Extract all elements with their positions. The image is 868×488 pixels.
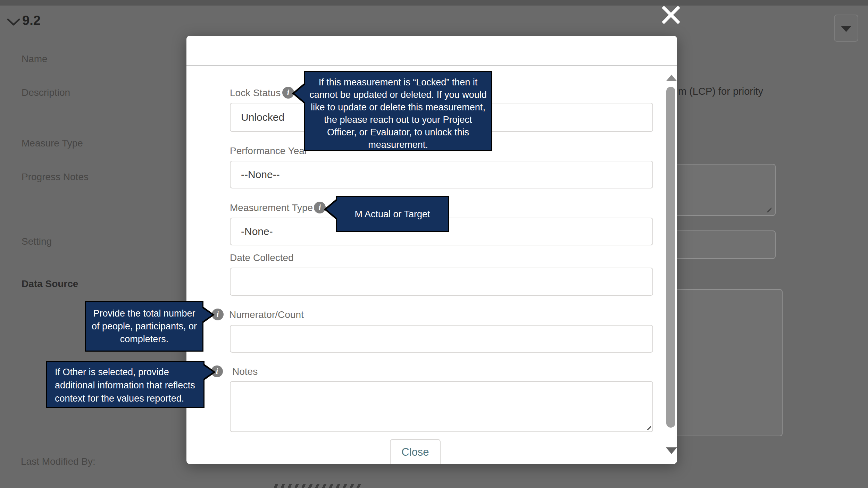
numerator-count-label: Numerator/Count [229, 310, 304, 320]
measurement-type-tooltip-text: M Actual or Target [354, 209, 430, 220]
scrollbar-down-arrow-icon[interactable] [666, 447, 677, 454]
modal-header [186, 36, 677, 66]
section-collapse-chevron-icon[interactable] [7, 18, 20, 28]
bg-label-name: Name [22, 54, 48, 64]
tooltip-arrow-right-icon [202, 308, 212, 322]
performance-year-select[interactable]: --None-- [230, 161, 653, 188]
notes-resize-grip-icon[interactable] [645, 424, 651, 430]
bg-label-last-modified-by: Last Modified By: [21, 456, 95, 467]
bg-label-data-source: Data Source [22, 279, 78, 289]
lock-status-tooltip: If this measurement is “Locked” then it … [304, 71, 492, 151]
bg-description-value-fragment: m (LCP) for priority [678, 86, 763, 97]
lock-status-tooltip-text: If this measurement is “Locked” then it … [309, 77, 486, 150]
caret-down-icon [841, 26, 851, 32]
numerator-count-input[interactable] [230, 325, 653, 353]
performance-year-label: Performance Year [230, 146, 308, 156]
close-button[interactable]: Close [390, 439, 441, 464]
notes-tooltip: If Other is selected, provide additional… [46, 361, 205, 408]
bg-label-measure-type: Measure Type [22, 138, 83, 149]
tooltip-arrow-right-icon [203, 365, 213, 379]
section-title: 9.2 [22, 13, 41, 28]
measurement-type-label: Measurement Type [230, 203, 313, 213]
notes-textarea[interactable] [230, 381, 653, 432]
date-collected-label: Date Collected [230, 253, 294, 263]
scrollbar-thumb[interactable] [666, 87, 675, 428]
measurement-type-tooltip: M Actual or Target [336, 196, 449, 232]
top-strip [0, 0, 868, 6]
numerator-count-tooltip: Provide the total number of people, part… [85, 301, 203, 352]
bg-label-progress-notes: Progress Notes [22, 172, 89, 182]
bg-clipped-text-fragment [274, 484, 363, 488]
notes-tooltip-text: If Other is selected, provide additional… [55, 367, 195, 404]
scrollbar-up-arrow-icon[interactable] [666, 75, 677, 81]
calendar-icon[interactable] [677, 278, 677, 288]
date-collected-input[interactable] [230, 268, 653, 296]
tooltip-arrow-left-icon [326, 200, 337, 218]
tooltip-arrow-left-icon [294, 84, 305, 102]
notes-label: Notes [232, 367, 258, 377]
bg-label-setting: Setting [22, 236, 52, 247]
bg-row-actions-dropdown-button[interactable] [834, 15, 858, 42]
bg-label-description: Description [22, 87, 70, 98]
lock-status-label: Lock Status [230, 88, 281, 98]
numerator-count-tooltip-text: Provide the total number of people, part… [92, 308, 197, 344]
modal-close-x-icon[interactable] [659, 3, 682, 27]
